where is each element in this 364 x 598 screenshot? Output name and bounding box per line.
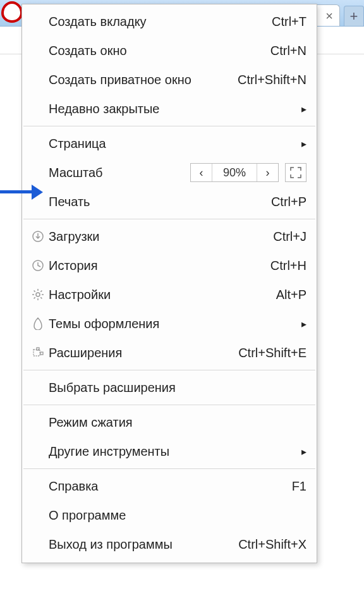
menu-separator — [23, 219, 315, 219]
theme-icon — [28, 314, 47, 333]
fullscreen-button[interactable] — [285, 163, 306, 182]
shortcut-new-window: Ctrl+N — [270, 44, 306, 58]
menu-separator — [23, 370, 315, 370]
shortcut-new-tab: Ctrl+T — [272, 15, 306, 29]
menu-turbo[interactable]: Режим сжатия — [22, 408, 317, 437]
menu-exit[interactable]: Выход из программы Ctrl+Shift+X — [22, 530, 317, 559]
svg-rect-13 — [40, 352, 43, 355]
label-recent: Недавно закрытые — [49, 102, 159, 116]
history-icon — [28, 256, 47, 275]
label-help: Справка — [49, 479, 98, 494]
shortcut-print: Ctrl+P — [271, 195, 306, 209]
label-extensions: Расширения — [49, 346, 122, 360]
svg-line-9 — [34, 297, 35, 298]
blank-icon — [28, 70, 47, 89]
menu-get-extensions[interactable]: Выбрать расширения — [22, 373, 317, 402]
chevron-right-icon: ▸ — [298, 138, 306, 150]
blank-icon — [28, 506, 47, 525]
shortcut-downloads: Ctrl+J — [273, 229, 306, 244]
blank-icon — [28, 41, 47, 60]
blank-icon — [28, 378, 47, 397]
svg-line-10 — [40, 291, 42, 292]
menu-settings[interactable]: Настройки Alt+P — [22, 280, 317, 309]
blank-icon — [28, 99, 47, 118]
label-turbo: Режим сжатия — [49, 415, 133, 430]
blank-icon — [28, 134, 47, 153]
menu-new-tab[interactable]: Создать вкладку Ctrl+T — [22, 7, 317, 36]
svg-point-2 — [36, 293, 40, 296]
menu-recently-closed[interactable]: Недавно закрытые ▸ — [22, 94, 317, 123]
label-downloads: Загрузки — [49, 229, 100, 244]
chevron-right-icon: ▸ — [298, 446, 306, 458]
menu-more-tools[interactable]: Другие инструменты ▸ — [22, 437, 317, 466]
menu-downloads[interactable]: Загрузки Ctrl+J — [22, 222, 317, 251]
extension-icon — [28, 343, 47, 362]
label-themes: Темы оформления — [49, 317, 159, 331]
label-exit: Выход из программы — [49, 537, 173, 552]
blank-icon — [28, 442, 47, 461]
menu-about[interactable]: О программе — [22, 501, 317, 530]
menu-history[interactable]: История Ctrl+H — [22, 251, 317, 280]
blank-icon — [28, 477, 47, 496]
label-about: О программе — [49, 508, 126, 523]
menu-themes[interactable]: Темы оформления ▸ — [22, 309, 317, 338]
menu-print[interactable]: Печать Ctrl+P — [22, 187, 317, 216]
gear-icon — [28, 285, 47, 304]
chevron-right-icon: ▸ — [298, 318, 306, 330]
menu-new-window[interactable]: Создать окно Ctrl+N — [22, 36, 317, 65]
shortcut-extensions: Ctrl+Shift+E — [238, 346, 306, 360]
opera-icon — [1, 1, 23, 23]
menu-separator — [23, 405, 315, 405]
menu-separator — [23, 126, 315, 126]
zoom-out-button[interactable]: ‹ — [191, 164, 212, 181]
download-icon — [28, 227, 47, 246]
zoom-in-button[interactable]: › — [257, 164, 278, 181]
label-history: История — [49, 259, 98, 273]
label-zoom: Масштаб — [49, 166, 103, 180]
label-get-extensions: Выбрать расширения — [49, 381, 176, 395]
new-tab-button[interactable]: + — [344, 6, 364, 26]
arrow-annotation — [0, 182, 42, 201]
shortcut-new-private: Ctrl+Shift+N — [238, 73, 306, 87]
fullscreen-icon — [290, 167, 301, 178]
menu-separator — [23, 468, 315, 469]
svg-line-7 — [34, 291, 35, 292]
shortcut-history: Ctrl+H — [270, 259, 306, 273]
label-print: Печать — [49, 195, 90, 209]
shortcut-settings: Alt+P — [276, 288, 306, 302]
blank-icon — [28, 413, 47, 432]
zoom-controls: ‹ 90% › — [190, 163, 306, 182]
label-more-tools: Другие инструменты — [49, 444, 169, 459]
svg-rect-12 — [37, 348, 39, 350]
svg-line-8 — [40, 297, 42, 298]
blank-icon — [28, 12, 47, 31]
menu-zoom: Масштаб ‹ 90% › — [22, 158, 317, 187]
menu-extensions[interactable]: Расширения Ctrl+Shift+E — [22, 338, 317, 367]
shortcut-exit: Ctrl+Shift+X — [238, 537, 306, 552]
menu-new-private[interactable]: Создать приватное окно Ctrl+Shift+N — [22, 65, 317, 94]
browser-window: Opera Я Яндекс × + Создать вкладку Ctrl+… — [0, 0, 364, 598]
label-new-window: Создать окно — [49, 44, 127, 58]
label-page: Страница — [49, 137, 106, 151]
menu-page[interactable]: Страница ▸ — [22, 129, 317, 158]
zoom-stepper: ‹ 90% › — [190, 163, 279, 182]
label-new-tab: Создать вкладку — [49, 15, 147, 29]
label-settings: Настройки — [49, 288, 111, 302]
menu-help[interactable]: Справка F1 — [22, 472, 317, 501]
blank-icon — [28, 163, 47, 182]
shortcut-help: F1 — [292, 479, 306, 494]
zoom-value: 90% — [212, 164, 257, 181]
chevron-right-icon: ▸ — [298, 103, 306, 115]
blank-icon — [28, 535, 47, 554]
opera-main-menu: Создать вкладку Ctrl+T Создать окно Ctrl… — [21, 4, 317, 563]
close-icon[interactable]: × — [325, 9, 333, 23]
label-new-private: Создать приватное окно — [49, 73, 191, 87]
